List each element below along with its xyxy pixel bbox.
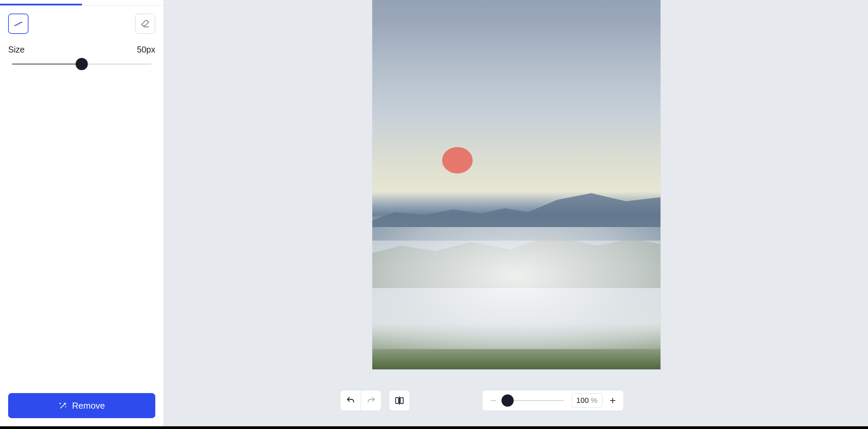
zoom-in-button[interactable] bbox=[605, 390, 621, 411]
zoom-slider-thumb[interactable] bbox=[501, 394, 514, 407]
svg-rect-1 bbox=[400, 397, 403, 404]
remove-button-label: Remove bbox=[72, 401, 105, 411]
eraser-tool-button[interactable] bbox=[135, 14, 155, 34]
size-value: 50px bbox=[137, 45, 155, 55]
canvas-area[interactable]: 100 % bbox=[164, 0, 868, 426]
tab-active-indicator bbox=[0, 4, 82, 5]
image-fog bbox=[372, 227, 660, 349]
zoom-out-button[interactable] bbox=[485, 390, 501, 411]
svg-rect-0 bbox=[396, 397, 399, 404]
sidebar-spacer bbox=[0, 70, 163, 393]
brush-icon bbox=[14, 19, 23, 28]
eraser-icon bbox=[140, 19, 150, 28]
size-label: Size bbox=[8, 45, 25, 55]
zoom-slider[interactable] bbox=[503, 394, 564, 407]
zoom-unit: % bbox=[591, 396, 597, 405]
redo-button[interactable] bbox=[361, 390, 381, 411]
tool-row bbox=[0, 5, 163, 34]
size-slider-fill bbox=[12, 64, 82, 64]
size-slider-wrap bbox=[0, 55, 163, 70]
undo-icon bbox=[346, 396, 355, 405]
brush-mark[interactable] bbox=[442, 147, 473, 173]
undo-button[interactable] bbox=[340, 390, 361, 411]
brush-tool-button[interactable] bbox=[8, 14, 28, 34]
zoom-group: 100 % bbox=[482, 390, 624, 411]
size-slider-thumb[interactable] bbox=[76, 58, 88, 70]
zoom-value: 100 bbox=[576, 396, 589, 405]
remove-button[interactable]: Remove bbox=[8, 393, 155, 418]
magic-wand-icon bbox=[59, 401, 67, 410]
image-ridge-far bbox=[372, 173, 660, 241]
size-row: Size 50px bbox=[0, 34, 163, 55]
size-slider[interactable] bbox=[12, 58, 151, 70]
canvas-image[interactable] bbox=[372, 0, 660, 369]
compare-button[interactable] bbox=[389, 390, 410, 411]
compare-icon bbox=[394, 395, 405, 406]
zoom-readout[interactable]: 100 % bbox=[571, 393, 603, 408]
image-ridge-near bbox=[372, 200, 660, 288]
window-bottom-strip bbox=[0, 426, 868, 429]
sidebar-tabbar bbox=[0, 0, 163, 5]
sidebar: Size 50px Remove bbox=[0, 0, 164, 426]
history-group bbox=[340, 390, 381, 411]
plus-icon bbox=[609, 396, 617, 405]
bottom-controls: 100 % bbox=[340, 390, 861, 411]
app-root: Size 50px Remove bbox=[0, 0, 868, 429]
minus-icon bbox=[490, 397, 497, 404]
redo-icon bbox=[367, 396, 376, 405]
